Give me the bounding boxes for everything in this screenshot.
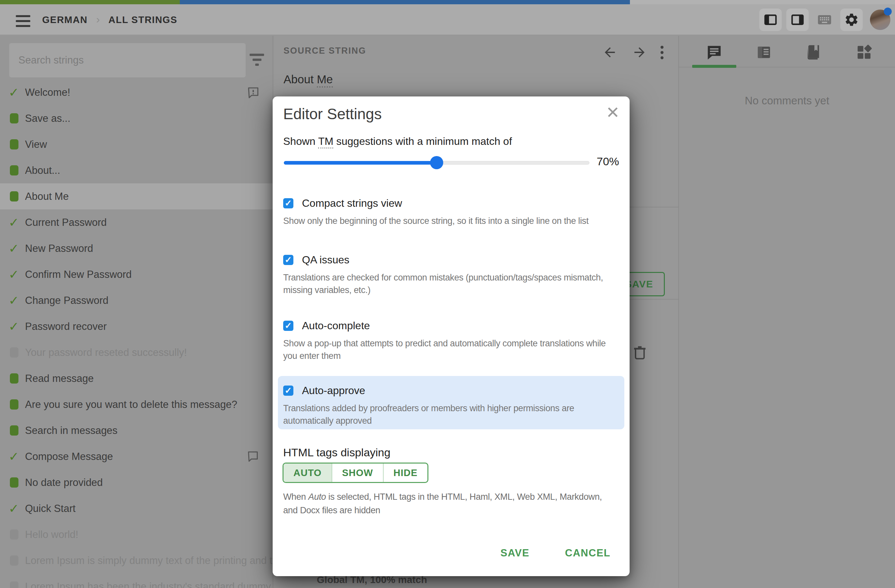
tm-threshold-label: Shown TM suggestions with a minimum matc… (283, 135, 512, 147)
checkbox-label: Auto-approve (302, 385, 365, 397)
string-row[interactable]: ✓Quick Start (0, 496, 273, 521)
menu-icon[interactable] (16, 15, 30, 27)
string-list: ✓Welcome! Save as... View About... About… (0, 79, 273, 588)
search-box (9, 43, 246, 77)
status-approved-icon: ✓ (10, 242, 25, 255)
checkbox-label: QA issues (302, 254, 349, 266)
string-row[interactable]: Are you sure you want to delete this mes… (0, 391, 273, 417)
string-row-selected[interactable]: About Me (0, 183, 273, 209)
string-row[interactable]: ✓New Password (0, 235, 273, 261)
tm-abbr: TM (318, 135, 333, 149)
string-row[interactable]: View (0, 131, 273, 158)
panel-right-icon[interactable] (786, 9, 809, 31)
strings-sidebar: ✓Welcome! Save as... View About... About… (0, 36, 273, 588)
settings-gear-icon[interactable] (840, 9, 863, 31)
string-row[interactable]: ✓Current Password (0, 209, 273, 235)
chevron-right-icon: › (96, 13, 100, 26)
term-underline: Me (317, 73, 333, 88)
comment-icon (246, 450, 260, 464)
qa-issues-checkbox[interactable] (283, 255, 293, 265)
status-approved-icon: ✓ (10, 86, 25, 99)
status-translated-icon (10, 399, 25, 409)
status-approved-icon: ✓ (10, 502, 25, 515)
keyboard-icon[interactable] (813, 9, 836, 31)
setting-description: Translations added by proofreaders or me… (283, 402, 616, 427)
side-tabbar (679, 36, 895, 68)
source-string-text: About Me (284, 73, 333, 86)
no-comments-text: No comments yet (679, 94, 895, 107)
string-row[interactable]: Read message (0, 365, 273, 391)
cancel-button[interactable]: CANCEL (558, 543, 618, 564)
comments-panel: No comments yet (678, 36, 895, 588)
trash-icon[interactable] (631, 343, 648, 362)
source-string-header: SOURCE STRING (284, 46, 366, 56)
filter-icon[interactable] (246, 49, 267, 70)
string-row[interactable]: Search in messages (0, 417, 273, 444)
string-row[interactable]: ✓Welcome! (0, 79, 273, 105)
string-row[interactable]: Your password reseted successully! (0, 339, 273, 365)
html-tags-option-show[interactable]: SHOW (332, 464, 383, 482)
breadcrumb-section[interactable]: ALL STRINGS (108, 15, 177, 25)
search-input[interactable] (9, 54, 246, 66)
string-row[interactable]: ✓Compose Message (0, 444, 273, 470)
auto-approve-checkbox[interactable] (283, 385, 293, 396)
string-row[interactable]: ✓Password recover (0, 314, 273, 339)
glossary-tab-icon[interactable] (803, 42, 824, 63)
setting-auto-approve: Auto-approve Translations added by proof… (283, 385, 619, 427)
editor-settings-modal: Editor Settings ✕ Shown TM suggestions w… (273, 97, 630, 576)
active-tab-indicator (692, 65, 736, 68)
string-row[interactable]: ✓Change Password (0, 287, 273, 314)
auto-complete-checkbox[interactable] (283, 321, 293, 331)
comments-tab-icon[interactable] (704, 42, 725, 63)
status-translated-icon (10, 113, 25, 123)
avatar-status-badge (884, 8, 892, 15)
setting-auto-complete: Auto-complete Show a pop-up that attempt… (283, 320, 619, 362)
html-tags-option-hide[interactable]: HIDE (383, 464, 428, 482)
status-translated-icon (10, 139, 25, 150)
top-toolbar: GERMAN › ALL STRINGS (0, 4, 895, 35)
progress-approved-segment (180, 0, 630, 4)
save-button[interactable]: SAVE (493, 543, 537, 564)
breadcrumb: GERMAN › ALL STRINGS (42, 4, 177, 35)
close-icon[interactable]: ✕ (606, 105, 620, 121)
kebab-menu-icon[interactable] (653, 43, 671, 62)
setting-description: Show a pop-up that attempts to predict a… (283, 337, 616, 362)
compact-strings-checkbox[interactable] (283, 198, 293, 208)
string-row[interactable]: About... (0, 158, 273, 183)
html-tags-option-auto[interactable]: AUTO (284, 464, 332, 482)
tm-match-slider[interactable] (284, 155, 589, 170)
string-row[interactable]: Lorem Ipsum has been the industry's stan… (0, 573, 273, 588)
status-translated-icon (10, 373, 25, 383)
arrow-back-icon[interactable] (601, 43, 619, 62)
arrow-forward-icon[interactable] (630, 43, 649, 62)
status-untranslated-icon (10, 581, 25, 588)
modal-title: Editor Settings (283, 105, 382, 123)
panel-left-icon[interactable] (759, 9, 782, 31)
status-approved-icon: ✓ (10, 450, 25, 463)
translation-progress-bar (0, 0, 895, 4)
status-approved-icon: ✓ (10, 294, 25, 307)
status-translated-icon (10, 477, 25, 488)
status-approved-icon: ✓ (10, 216, 25, 229)
html-tags-description: When Auto is selected, HTML tags in the … (283, 490, 616, 517)
string-row[interactable]: ✓Confirm New Password (0, 261, 273, 287)
setting-auto-approve-highlight: Auto-approve Translations added by proof… (278, 376, 624, 429)
status-approved-icon: ✓ (10, 268, 25, 281)
progress-translated-segment (0, 0, 180, 4)
breadcrumb-project[interactable]: GERMAN (42, 15, 88, 25)
status-approved-icon: ✓ (10, 320, 25, 333)
status-translated-icon (10, 191, 25, 202)
context-tab-icon[interactable] (753, 42, 775, 63)
string-row[interactable]: No date provided (0, 470, 273, 496)
string-row[interactable]: Save as... (0, 105, 273, 131)
checkbox-label: Compact strings view (302, 197, 402, 209)
comment-issue-icon (246, 86, 260, 99)
user-avatar[interactable] (870, 9, 890, 30)
terms-shapes-tab-icon[interactable] (854, 42, 875, 63)
slider-thumb[interactable] (430, 156, 443, 169)
string-row[interactable]: Hello world! (0, 521, 273, 547)
string-row[interactable]: Lorem Ipsum is simply dummy text of the … (0, 547, 273, 573)
setting-description: Translations are checked for common mist… (283, 271, 616, 297)
setting-qa-issues: QA issues Translations are checked for c… (283, 254, 619, 297)
html-tags-heading: HTML tags displaying (283, 446, 391, 459)
